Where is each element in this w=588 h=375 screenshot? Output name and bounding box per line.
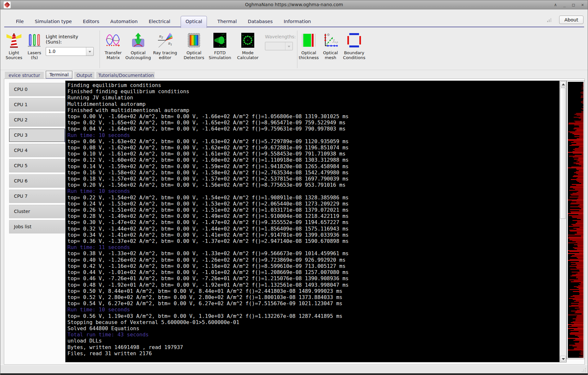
terminal-line: top= 0.34 V, -1.41e+02 A/m^2, btm= 0.00 … (67, 232, 559, 238)
optical-thickness-label: Optical thickness (299, 50, 318, 60)
sidebar-item-cpu-4[interactable]: CPU 4 (9, 144, 65, 157)
terminal-line: top= 0.02 V, -1.65e+02 A/m^2, btm= 0.00 … (67, 119, 559, 126)
terminal-line: top= 0.26 V, -1.51e+02 A/m^2, btm= 0.00 … (67, 207, 559, 213)
sine-waves-icon (105, 32, 121, 48)
sidebar-item-cpu-2[interactable]: CPU 2 (9, 113, 65, 127)
terminal-line: Run time: 11 seconds (67, 244, 559, 250)
terminal-line: Run time: 10 seconds (67, 188, 559, 194)
menu-tab-electrical[interactable]: Electrical (148, 17, 171, 27)
terminal-line: top= 0.42 V, -1.16e+02 A/m^2, btm= 0.00 … (67, 263, 559, 269)
terminal-line: Run time: 10 seconds (67, 306, 559, 313)
outcoupling-icon (130, 32, 146, 48)
mode-calculator-button[interactable]: Mode Calculator (234, 32, 261, 60)
lasers-label: Lasers (fs) (28, 50, 41, 60)
menu-tab-file[interactable]: File (15, 17, 24, 27)
terminal-line: Running JV simulation (67, 94, 559, 101)
optical-outcoupling-button[interactable]: Optical Outcoupling (125, 32, 152, 60)
resize-grip[interactable] (581, 368, 586, 372)
combo-dropdown-button (285, 42, 293, 50)
terminal-line: top= 0.50 V, 8.44e+01 A/m^2, btm= 0.00 V… (67, 288, 559, 294)
sidebar-item-cpu-6[interactable]: CPU 6 (9, 174, 65, 188)
ray-tracing-editor-button[interactable]: n2 n1 Ray tracing editor (151, 32, 179, 60)
tab-tutorials-documentation[interactable]: Tutorials/Documentation (96, 72, 155, 79)
scroll-up-button[interactable] (560, 81, 566, 87)
terminal-line: top= 0.14 V, -1.59e+02 A/m^2, btm= 0.00 … (67, 163, 559, 169)
menu-tab-thermal[interactable]: Thermal (217, 17, 237, 27)
terminal-line: top= 0.20 V, -1.56e+02 A/m^2, btm= 0.00 … (67, 182, 559, 188)
mode-calculator-icon (240, 32, 256, 48)
about-button[interactable]: About (559, 16, 583, 24)
transfer-matrix-label: Transfer Matrix (105, 50, 122, 60)
svg-text:Jn,p: Jn,p (332, 39, 338, 44)
tab-output[interactable]: Output (74, 72, 94, 79)
svg-text:n1: n1 (168, 41, 172, 46)
terminal-line: top= 0.04 V, -1.64e+02 A/m^2, btm= 0.00 … (67, 126, 559, 132)
terminal-line: top= 0.44 V, -1.01e+02 A/m^2, btm= 0.00 … (67, 269, 559, 275)
light-intensity-value[interactable]: 1.0 (48, 49, 55, 54)
terminal-line: top= 0.16 V, -1.58e+02 A/m^2, btm= 0.00 … (67, 169, 559, 176)
minimize-button[interactable]: _ (563, 2, 566, 7)
sidebar-item-cpu-7[interactable]: CPU 7 (9, 190, 65, 203)
app-window: OghmaNano https://www.oghma-nano.com ∧ _… (0, 0, 588, 375)
menu-tab-simulation-type[interactable]: Simulation type (34, 17, 72, 27)
sidebar-item-cpu-5[interactable]: CPU 5 (9, 159, 65, 172)
triangle-down-icon (562, 358, 565, 360)
terminal-line: top= 0.38 V, -1.33e+02 A/m^2, btm= 0.00 … (67, 250, 559, 256)
menu-tab-information[interactable]: Information (283, 17, 312, 27)
activity-bars (568, 82, 583, 358)
fdtd-simulation-label: FDTD Simulation (209, 50, 231, 60)
sidebar-item-cpu-0[interactable]: CPU 0 (9, 83, 65, 96)
boundary-conditions-button[interactable]: Boundary Conditions (341, 32, 368, 60)
terminal-scrollbar[interactable] (559, 81, 566, 362)
mode-calculator-label: Mode Calculator (237, 50, 258, 60)
optical-thickness-icon (301, 32, 317, 48)
terminal-line: top= 0.52 V, 2.80e+02 A/m^2, btm= 0.00 V… (67, 294, 559, 300)
terminal-line: top= 0.54 V, 6.27e+02 A/m^2, btm= 0.00 V… (67, 300, 559, 306)
maximize-button[interactable]: □ (572, 2, 575, 7)
sidebar-item-cpu-3[interactable]: CPU 3 (9, 129, 65, 142)
optical-detectors-button[interactable]: Optical Detectors (180, 32, 208, 60)
terminal-line: top= 0.30 V, -1.47e+02 A/m^2, btm= 0.00 … (67, 219, 559, 225)
terminal-line: Finished with multidimentional autoramp (67, 107, 559, 113)
window-title: OghmaNano https://www.oghma-nano.com (0, 2, 588, 7)
optical-outcoupling-label: Optical Outcoupling (126, 50, 151, 60)
tab-evice-structur[interactable]: evice structur (5, 72, 44, 79)
ribbon-toolbar: Light Sources Lasers (fs) Light intensit… (0, 27, 588, 70)
sidebar-item-cpu-1[interactable]: CPU 1 (9, 98, 65, 111)
menubar: FileSimulation typeEditorsAutomationElec… (0, 9, 588, 27)
shade-button[interactable]: ∧ (554, 2, 557, 7)
menu-tab-databases[interactable]: Databases (247, 17, 273, 27)
menu-tab-automation[interactable]: Automation (110, 17, 138, 27)
wavelengths-field: Wavelengths: (265, 34, 296, 50)
chevron-down-icon (89, 51, 91, 53)
lasers-button[interactable]: Lasers (fs) (21, 32, 48, 60)
scroll-thumb[interactable] (560, 88, 566, 219)
detector-icon (186, 32, 202, 48)
scroll-down-button[interactable] (560, 356, 566, 361)
menu-tab-optical[interactable]: Optical (181, 16, 207, 28)
sidebar-item-cluster[interactable]: Cluster (9, 205, 65, 218)
menu-tab-editors[interactable]: Editors (82, 17, 100, 27)
window-bottom-edge (0, 373, 588, 375)
fdtd-simulation-button[interactable]: FDTD Simulation (206, 32, 234, 60)
terminal-line: Multidimentional autoramp (67, 101, 559, 107)
terminal-line: Finding equilibrium conditions (67, 82, 559, 88)
wavelengths-combobox (265, 42, 293, 50)
terminal-line: top= 0.22 V, -1.54e+02 A/m^2, btm= 0.00 … (67, 194, 559, 201)
terminal-line: top= 0.18 V, -1.57e+02 A/m^2, btm= 0.00 … (67, 176, 559, 182)
terminal-line: top= 0.10 V, -1.61e+02 A/m^2, btm= 0.00 … (67, 151, 559, 157)
terminal-line: top= 0.40 V, -1.26e+02 A/m^2, btm= 0.00 … (67, 257, 559, 263)
close-button[interactable]: ✕ (581, 2, 584, 7)
optical-mesh-icon: Φ Jn,p (323, 32, 338, 48)
light-intensity-combobox[interactable]: 1.0 (46, 47, 94, 56)
sidebar-item-jobs-list[interactable]: Jobs list (9, 220, 65, 233)
tab-terminal[interactable]: Terminal (46, 71, 72, 79)
cpu-activity-panel (567, 81, 585, 359)
combo-dropdown-button[interactable] (86, 47, 93, 56)
transfer-matrix-button[interactable]: Transfer Matrix (100, 32, 127, 60)
lighthouse-icon (6, 32, 22, 48)
terminal: Finding equilibrium conditionsFinished f… (66, 81, 559, 362)
terminal-line: top= 0.06 V, -1.63e+02 A/m^2, btm= 0.00 … (67, 138, 559, 144)
optical-mesh-button[interactable]: Φ Jn,p Optical mesh (317, 32, 344, 60)
content-panel: CPU 0CPU 1CPU 2CPU 3CPU 4CPU 5CPU 6CPU 7… (4, 79, 585, 365)
